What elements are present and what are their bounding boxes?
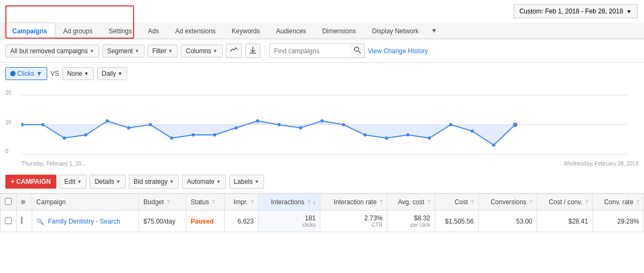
chart-area: 20 10 0 [0,84,644,170]
row-interaction-rate-cell: 2.73% CTR [320,211,387,232]
impr-value: 6,623 [238,218,254,225]
avg-cost-value: $8.32 [392,214,430,222]
tab-dimensions[interactable]: Dimensions [314,23,364,39]
interaction-rate-sub: CTR [325,222,382,228]
y-label-10: 10 [5,119,11,125]
download-icon [249,46,257,54]
conv-rate-help-icon: ? [636,199,639,205]
th-interaction-rate[interactable]: Interaction rate ? [320,194,387,211]
cost-value: $1,505.56 [445,218,473,225]
th-conv-rate[interactable]: Conv. rate ? [592,194,643,211]
toolbar-divider [265,46,265,56]
add-campaign-label: + CAMPAIGN [11,178,51,185]
bid-strategy-arrow: ▼ [169,179,174,184]
interaction-rate-help-icon: ? [379,199,383,205]
th-budget[interactable]: Budget ? [139,194,186,211]
campaign-name[interactable]: Family Dentistry - Search [48,218,120,225]
details-label: Details [94,178,114,185]
download-button[interactable] [245,44,260,58]
impr-help-icon: ? [251,199,254,205]
labels-button[interactable]: Labels ▼ [229,175,264,189]
tab-more-button[interactable]: ▼ [427,23,442,39]
search-input[interactable] [270,45,350,57]
th-cost[interactable]: Cost ? [435,194,478,211]
row-conversions-cell: 53.00 [478,211,537,232]
tab-keywords[interactable]: Keywords [224,23,268,39]
segment-arrow: ▼ [135,48,140,54]
vs-label: VS [50,70,59,77]
columns-button[interactable]: Columns ▼ [181,45,222,58]
interaction-rate-value: 2.73% [325,214,382,222]
th-impr[interactable]: Impr. ? [224,194,258,211]
select-all-checkbox[interactable] [5,198,12,205]
filter-arrow: ▼ [168,48,173,54]
svg-point-20 [277,123,281,126]
x-label-left: Thursday, February 1, 20... [21,161,86,167]
tab-audiences[interactable]: Audiences [268,23,314,39]
svg-point-23 [342,123,345,126]
bid-strategy-button[interactable]: Bid strategy ▼ [129,175,179,189]
all-campaigns-arrow: ▼ [90,48,94,54]
th-checkbox [1,194,17,211]
edit-arrow: ▼ [77,179,82,184]
tab-display-network[interactable]: Display Network [364,23,427,39]
chart-icon [230,46,238,54]
th-status-dot [17,194,32,211]
th-status[interactable]: Status ? [186,194,224,211]
all-campaigns-button[interactable]: All but removed campaigns ▼ [5,45,99,58]
edit-button[interactable]: Edit ▼ [60,175,87,189]
action-bar: + CAMPAIGN Edit ▼ Details ▼ Bid strategy… [0,170,644,193]
status-help-icon: ? [212,199,215,205]
segment-label: Segment [107,47,133,55]
cost-conv-value: $28.41 [568,218,588,225]
segment-button[interactable]: Segment ▼ [103,45,144,58]
row-campaign-cell: 🔍 Family Dentistry - Search [32,211,138,232]
filter-button[interactable]: Filter ▼ [148,45,178,58]
date-range-label: Custom: Feb 1, 2018 - Feb 28, 2018 [519,8,623,15]
svg-point-22 [320,119,324,123]
th-interactions[interactable]: Interactions ? ↓ [258,194,320,211]
svg-point-12 [106,119,109,123]
row-avg-cost-cell: $8.32 per click [387,211,435,232]
daily-button[interactable]: Daily ▼ [97,67,128,80]
th-cost-conv[interactable]: Cost / conv. ? [537,194,592,211]
svg-point-10 [63,136,66,140]
none-arrow: ▼ [84,71,89,76]
automate-button[interactable]: Automate ▼ [182,175,225,189]
svg-point-17 [213,133,216,136]
cost-col-label: Cost [455,198,468,206]
tab-ads[interactable]: Ads [140,23,167,39]
svg-point-19 [256,119,259,123]
cost-conv-help-icon: ? [585,199,588,205]
columns-arrow: ▼ [213,48,218,54]
table-row: 🔍 Family Dentistry - Search $75.00/day P… [1,211,644,232]
add-campaign-button[interactable]: + CAMPAIGN [5,175,56,189]
avg-cost-sub: per click [392,222,430,228]
columns-label: Columns [186,47,211,55]
toolbar: All but removed campaigns ▼ Segment ▼ Fi… [0,39,644,63]
th-avg-cost[interactable]: Avg. cost ? [387,194,435,211]
svg-point-2 [354,47,358,52]
date-range-button[interactable]: Custom: Feb 1, 2018 - Feb 28, 2018 ▼ [514,4,638,18]
cost-help-icon: ? [471,199,474,205]
y-label-0: 0 [5,148,11,154]
row-conv-rate-cell: 29.28% [592,211,643,232]
th-conversions[interactable]: Conversions ? [478,194,537,211]
none-button[interactable]: None ▼ [62,67,94,80]
search-icon[interactable] [350,44,364,58]
filter-label: Filter [152,47,167,55]
campaign-search-icon: 🔍 [36,218,44,225]
date-range-arrow: ▼ [626,9,632,15]
daily-label: Daily [102,70,116,77]
tab-ad-extensions[interactable]: Ad extensions [167,23,223,39]
status-indicator [21,200,25,204]
edit-label: Edit [64,178,76,185]
svg-point-30 [492,143,495,147]
view-history-link[interactable]: View Change History [368,47,428,55]
chart-icon-button[interactable] [226,44,242,58]
row-checkbox[interactable] [5,217,12,224]
svg-point-24 [363,133,367,136]
details-button[interactable]: Details ▼ [90,175,126,189]
clicks-button[interactable]: Clicks ▼ [5,67,47,80]
svg-point-16 [192,133,195,136]
